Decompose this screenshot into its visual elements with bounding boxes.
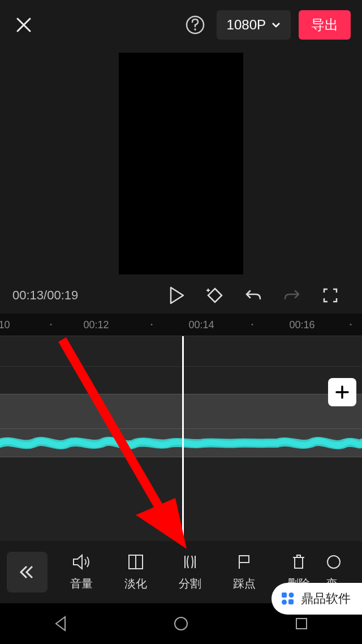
undo-button[interactable] [234,282,273,309]
watermark-badge: 鼎品软件 [272,583,362,615]
nav-back-button[interactable] [27,616,94,632]
ruler-dot [350,324,352,325]
ruler-dot [252,324,253,325]
svg-point-12 [282,600,287,605]
chevron-down-icon [272,22,281,28]
nav-home-button[interactable] [147,616,215,632]
watermark-text: 鼎品软件 [301,590,351,607]
trash-icon [291,553,307,570]
playhead[interactable] [182,336,184,541]
svg-point-7 [327,556,340,568]
playback-bar: 00:13/00:19 [0,277,362,314]
tool-label: 踩点 [233,576,256,591]
tool-label: 音量 [70,576,93,591]
tool-label: 淡化 [124,576,147,591]
svg-point-11 [289,593,294,598]
add-clip-button[interactable] [328,378,356,406]
nav-back-icon [54,616,67,632]
video-track[interactable] [0,394,362,429]
help-icon [185,15,205,35]
split-icon [182,553,199,570]
tool-fade[interactable]: 淡化 [109,553,163,591]
fade-icon [127,553,144,570]
close-button[interactable] [11,12,36,37]
svg-point-1 [194,28,196,31]
ruler-tick: 00:14 [188,319,214,331]
ruler-tick: 0:10 [0,319,10,331]
time-display: 00:13/00:19 [12,288,157,303]
redo-icon [283,287,301,303]
nav-recent-button[interactable] [268,617,335,630]
redo-button[interactable] [273,282,311,309]
undo-icon [244,287,262,303]
tool-split[interactable]: 分割 [163,553,217,591]
track-spacer [0,336,362,367]
export-button[interactable]: 导出 [299,10,351,40]
fullscreen-button[interactable] [311,282,350,309]
play-button[interactable] [157,282,196,309]
ruler-tick: 00:16 [289,319,314,331]
nav-recent-icon [295,617,308,630]
video-canvas[interactable] [119,53,243,274]
chevron-double-left-icon [19,564,36,580]
keyframe-add-icon [205,286,225,304]
ruler-dot [151,324,153,325]
waveform-icon [0,433,362,453]
timeline[interactable] [0,336,362,541]
more-icon [326,553,342,570]
ruler-dot [50,324,52,325]
tool-beat[interactable]: 踩点 [217,553,272,591]
svg-rect-13 [288,599,294,604]
fullscreen-icon [322,287,338,303]
svg-point-8 [175,617,187,630]
tool-volume[interactable]: 音量 [54,553,109,591]
resolution-label: 1080P [227,17,266,33]
video-preview-area [0,50,362,277]
play-icon [169,286,184,304]
watermark-logo-icon [279,590,296,607]
timeline-ruler[interactable]: 0:10 00:12 00:14 00:16 [0,314,362,336]
keyframe-button[interactable] [196,282,234,309]
svg-rect-10 [282,593,287,598]
audio-track[interactable] [0,429,362,457]
help-button[interactable] [183,12,208,37]
close-icon [15,16,32,33]
export-label: 导出 [311,16,338,34]
flag-icon [236,553,252,570]
plus-icon [334,384,350,400]
resolution-selector[interactable]: 1080P [217,10,291,40]
tool-label: 分割 [179,576,201,591]
volume-icon [72,553,91,570]
top-bar: 1080P 导出 [0,0,362,50]
collapse-toolbar-button[interactable] [7,552,48,593]
ruler-tick: 00:12 [83,319,109,331]
svg-rect-9 [296,619,307,629]
nav-home-icon [173,616,189,632]
